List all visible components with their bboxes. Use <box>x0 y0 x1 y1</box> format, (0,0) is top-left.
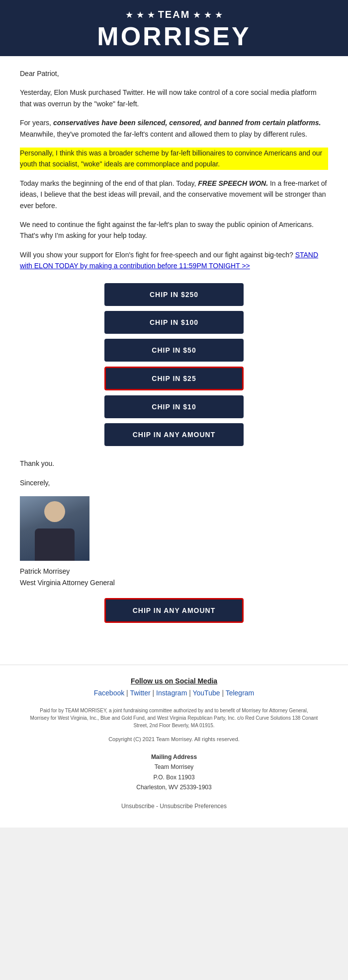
para4-bold: FREE SPEECH WON. <box>198 179 268 187</box>
chip-100-button[interactable]: CHIP IN $100 <box>104 311 244 334</box>
twitter-link[interactable]: Twitter <box>130 689 150 697</box>
divider: | <box>153 689 157 697</box>
youtube-link[interactable]: YouTube <box>192 689 220 697</box>
mailing-title: Mailing Address <box>20 752 328 762</box>
signature-name: Patrick Morrisey <box>20 566 328 577</box>
disclaimer-text: Paid for by TEAM MORRISEY, a joint fundr… <box>20 707 328 729</box>
star-icon: ★ <box>215 9 223 20</box>
paragraph-1: Yesterday, Elon Musk purchased Twitter. … <box>20 87 328 109</box>
para6-prefix: Will you show your support for Elon's fi… <box>20 251 295 259</box>
copyright-text: Copyright (C) 2021 Team Morrisey. All ri… <box>20 736 328 742</box>
email-header: ★ ★ ★ TEAM ★ ★ ★ MORRISEY <box>0 0 348 56</box>
bottom-button-wrap: CHIP IN ANY AMOUNT <box>20 598 328 623</box>
instagram-link[interactable]: Instagram <box>156 689 187 697</box>
greeting: Dear Patriot, <box>20 68 328 79</box>
para2-suffix: Meanwhile, they've promoted the far-left… <box>20 130 307 138</box>
mailing-po: P.O. Box 11903 <box>20 772 328 782</box>
star-icon: ★ <box>125 9 133 20</box>
para4-prefix: Today marks the beginning of the end of … <box>20 179 198 187</box>
chip-any-button[interactable]: CHIP IN ANY AMOUNT <box>104 423 244 446</box>
stars-row: ★ ★ ★ TEAM ★ ★ ★ <box>10 9 338 20</box>
para2-prefix: For years, <box>20 119 53 127</box>
social-title: Follow us on Social Media <box>20 677 328 685</box>
paragraph-4: Today marks the beginning of the end of … <box>20 178 328 211</box>
unsubscribe-link[interactable]: Unsubscribe - Unsubscribe Preferences <box>121 803 227 810</box>
thank-you: Thank you. <box>20 458 328 469</box>
paragraph-2: For years, conservatives have been silen… <box>20 117 328 140</box>
star-icon: ★ <box>204 9 212 20</box>
telegram-link[interactable]: Telegram <box>226 689 255 697</box>
donation-buttons-section: CHIP IN $250 CHIP IN $100 CHIP IN $50 CH… <box>20 283 328 446</box>
divider: | <box>222 689 225 697</box>
bottom-chip-any-button[interactable]: CHIP IN ANY AMOUNT <box>104 598 244 623</box>
spacer <box>20 638 328 653</box>
mailing-name: Team Morrisey <box>20 762 328 772</box>
para2-bold: conservatives have been silenced, censor… <box>53 119 321 127</box>
sincerely: Sincerely, <box>20 477 328 488</box>
chip-25-button[interactable]: CHIP IN $25 <box>104 367 244 390</box>
signature-section: Thank you. Sincerely, Patrick Morrisey W… <box>20 458 328 588</box>
signature-title: West Virginia Attorney General <box>20 577 328 588</box>
star-icon: ★ <box>136 9 144 20</box>
paragraph-5: We need to continue the fight against th… <box>20 219 328 241</box>
social-links-row: Facebook | Twitter | Instagram | YouTube… <box>20 689 328 697</box>
chip-10-button[interactable]: CHIP IN $10 <box>104 395 244 418</box>
paragraph-6: Will you show your support for Elon's fi… <box>20 249 328 272</box>
paragraph-3-highlighted: Personally, I think this was a broader s… <box>20 148 328 170</box>
social-footer: Follow us on Social Media Facebook | Twi… <box>0 665 348 828</box>
unsubscribe-text: Unsubscribe - Unsubscribe Preferences <box>20 803 328 810</box>
email-container: ★ ★ ★ TEAM ★ ★ ★ MORRISEY Dear Patriot, … <box>0 0 348 828</box>
signature-photo <box>20 496 89 561</box>
chip-50-button[interactable]: CHIP IN $50 <box>104 339 244 362</box>
facebook-link[interactable]: Facebook <box>94 689 124 697</box>
chip-250-button[interactable]: CHIP IN $250 <box>104 283 244 306</box>
star-icon: ★ <box>193 9 201 20</box>
header-main-title: MORRISEY <box>10 23 338 49</box>
header-title: TEAM <box>158 9 190 20</box>
star-icon: ★ <box>147 9 155 20</box>
email-body: Dear Patriot, Yesterday, Elon Musk purch… <box>0 56 348 665</box>
mailing-address: Mailing Address Team Morrisey P.O. Box 1… <box>20 752 328 793</box>
mailing-city: Charleston, WV 25339-1903 <box>20 782 328 792</box>
